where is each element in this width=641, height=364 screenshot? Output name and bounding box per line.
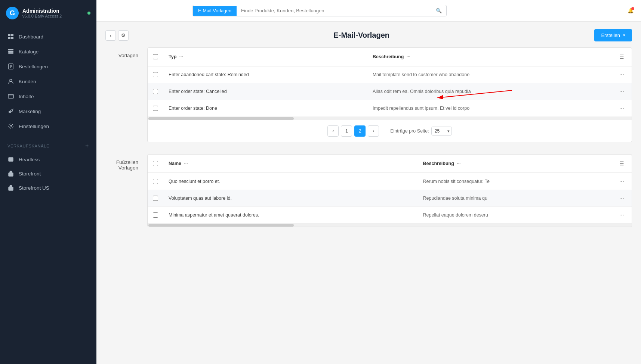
prev-page-btn[interactable]: ‹ xyxy=(327,125,339,137)
frow-desc-2: Repudiandae soluta minima qu xyxy=(423,196,487,201)
marketing-label: Marketing xyxy=(19,109,41,114)
row-typ-1: Enter abandoned cart state: Reminded xyxy=(169,72,249,77)
create-button[interactable]: Erstellen ▾ xyxy=(594,29,632,41)
dashboard-icon xyxy=(7,33,14,40)
fusszeilen-select-all[interactable] xyxy=(153,161,158,166)
row-actions-3[interactable]: ··· xyxy=(617,104,626,112)
sidebar-item-headless[interactable]: Headless xyxy=(0,152,96,167)
sidebar-item-dashboard[interactable]: Dashboard xyxy=(0,29,96,44)
sidebar-item-einstellungen[interactable]: Einstellungen xyxy=(0,119,96,134)
fth-checkbox xyxy=(148,155,163,173)
table-row: Minima aspernatur et amet quaerat dolore… xyxy=(148,207,632,224)
app-logo: G xyxy=(6,7,19,19)
vorlagen-table-wrapper: Typ ··· Beschreibung ··· ☰ xyxy=(148,48,632,117)
select-all-checkbox[interactable] xyxy=(153,54,158,59)
topbar-right: 🔔 xyxy=(628,8,634,13)
svg-rect-1 xyxy=(11,34,13,36)
sidebar-item-storefront[interactable]: Storefront xyxy=(0,167,96,181)
frow-desc-3: Repellat eaque dolorem deseru xyxy=(423,212,488,218)
svg-point-15 xyxy=(10,125,12,127)
columns-settings-button[interactable]: ☰ xyxy=(617,52,626,61)
page-settings-button[interactable]: ⚙ xyxy=(118,30,129,41)
search-tag[interactable]: E-Mail-Vorlagen xyxy=(193,6,237,16)
frow-checkbox-2[interactable] xyxy=(153,196,158,201)
search-button[interactable]: 🔍 xyxy=(431,5,446,16)
fusszeilen-scrollbar[interactable] xyxy=(148,224,632,227)
add-channel-btn[interactable]: + xyxy=(85,143,89,149)
fusszeilen-scroll-thumb xyxy=(148,224,294,227)
kunden-icon xyxy=(7,78,14,85)
row-checkbox-3[interactable] xyxy=(153,106,158,111)
th-beschreibung-dots: ··· xyxy=(407,54,410,59)
th-beschreibung: Beschreibung ··· xyxy=(367,48,612,66)
frow-desc-1: Rerum nobis sit consequatur. Te xyxy=(423,179,490,184)
app-info: Administration v6.0.0 Early Access 2 xyxy=(22,8,62,18)
row-typ-3: Enter order state: Done xyxy=(169,106,217,111)
row-typ-2: Enter order state: Cancelled xyxy=(169,89,227,94)
sidebar-header: G Administration v6.0.0 Early Access 2 xyxy=(0,0,96,26)
nav-buttons: ‹ ⚙ xyxy=(105,30,129,41)
row-checkbox-1[interactable] xyxy=(153,72,158,77)
fusszeilen-section: Fußzeilen Vorlagen xyxy=(105,154,632,227)
sidebar-item-bestellungen[interactable]: Bestellungen xyxy=(0,59,96,74)
row-checkbox-2[interactable] xyxy=(153,89,158,94)
fth-beschreibung-dots: ··· xyxy=(457,161,460,166)
headless-label: Headless xyxy=(19,157,40,162)
storefront-label: Storefront xyxy=(19,171,41,177)
fusszeilen-layout: Fußzeilen Vorlagen xyxy=(105,154,632,227)
fusszeilen-table-header: Name ··· Beschreibung ··· ☰ xyxy=(148,155,632,173)
fusszeilen-table: Name ··· Beschreibung ··· ☰ xyxy=(148,155,632,224)
entries-select[interactable]: 25 50 100 xyxy=(431,127,452,136)
notification-dot xyxy=(631,7,634,10)
frow-checkbox-1[interactable] xyxy=(153,179,158,184)
fth-col-settings: ☰ xyxy=(612,155,632,173)
topbar: E-Mail-Vorlagen 🔍 🔔 xyxy=(96,0,641,22)
headless-icon xyxy=(7,156,14,163)
frow-actions-3[interactable]: ··· xyxy=(617,211,626,219)
frow-checkbox-3[interactable] xyxy=(153,212,158,218)
svg-rect-3 xyxy=(11,37,13,39)
sidebar-item-marketing[interactable]: Marketing xyxy=(0,104,96,119)
vorlagen-table: Typ ··· Beschreibung ··· ☰ xyxy=(148,48,632,117)
row-actions-1[interactable]: ··· xyxy=(617,71,626,79)
svg-rect-4 xyxy=(8,49,13,50)
sidebar-item-storefront-us[interactable]: Storefront US xyxy=(0,181,96,195)
next-page-btn[interactable]: › xyxy=(368,125,379,137)
search-input[interactable] xyxy=(237,5,431,16)
page-1-btn[interactable]: 1 xyxy=(341,125,352,137)
sidebar-item-inhalte[interactable]: Inhalte xyxy=(0,89,96,104)
svg-rect-16 xyxy=(9,158,13,161)
page-title: E-Mail-Vorlagen xyxy=(133,31,590,40)
horizontal-scrollbar[interactable] xyxy=(148,117,632,120)
notification-bell[interactable]: 🔔 xyxy=(628,8,634,13)
fusszeilen-columns-settings[interactable]: ☰ xyxy=(617,159,626,168)
marketing-icon xyxy=(7,108,14,115)
frow-name-3: Minima aspernatur et amet quaerat dolore… xyxy=(169,212,259,218)
back-button[interactable]: ‹ xyxy=(105,30,116,41)
sidebar-item-kunden[interactable]: Kunden xyxy=(0,74,96,89)
page-2-btn[interactable]: 2 xyxy=(354,125,366,137)
vorlagen-table-header: Typ ··· Beschreibung ··· ☰ xyxy=(148,48,632,66)
sidebar-item-kataloge[interactable]: Kataloge xyxy=(0,44,96,59)
vorlagen-pagination: ‹ 1 2 › Einträge pro Seite: 25 50 100 xyxy=(148,120,632,142)
row-actions-2[interactable]: ··· xyxy=(617,87,626,96)
fusszeilen-label: Fußzeilen Vorlagen xyxy=(105,154,138,227)
th-col-settings: ☰ xyxy=(612,48,632,66)
section-label: Verkaufskanäle xyxy=(7,144,49,148)
kunden-label: Kunden xyxy=(19,79,36,84)
einstellungen-label: Einstellungen xyxy=(19,124,49,129)
bestellungen-label: Bestellungen xyxy=(19,64,48,69)
einstellungen-icon xyxy=(7,123,14,130)
online-indicator xyxy=(87,12,90,15)
app-version: v6.0.0 Early Access 2 xyxy=(22,14,62,18)
frow-actions-2[interactable]: ··· xyxy=(617,194,626,202)
frow-actions-1[interactable]: ··· xyxy=(617,177,626,186)
fusszeilen-table-wrapper: Name ··· Beschreibung ··· ☰ xyxy=(148,155,632,224)
table-row: Enter order state: Cancelled Alias odit … xyxy=(148,83,632,100)
fusszeilen-line2: Vorlagen xyxy=(105,165,138,171)
frow-name-1: Quo nesciunt et porro et. xyxy=(169,179,220,184)
storefront-us-label: Storefront US xyxy=(19,185,49,191)
inhalte-label: Inhalte xyxy=(19,94,34,99)
svg-rect-12 xyxy=(8,94,13,98)
storefront-us-icon xyxy=(7,184,14,191)
